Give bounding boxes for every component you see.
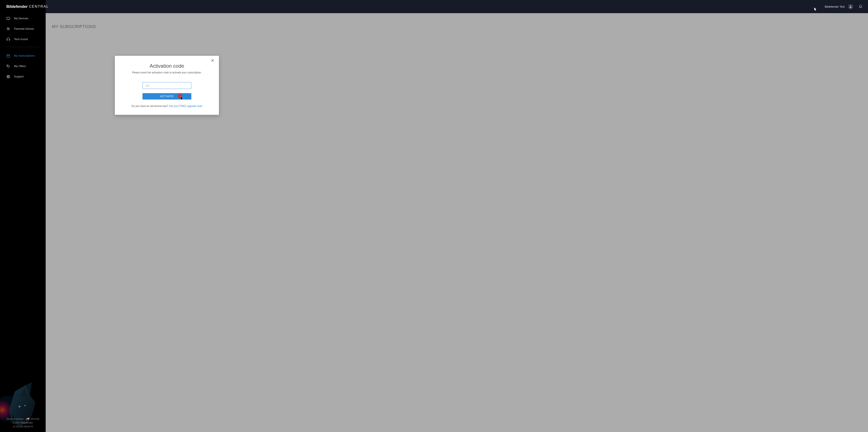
activation-code-modal: Activation code Please insert the activa…: [115, 56, 219, 115]
svg-line-14: [9, 75, 9, 76]
modal-footer-question: Do you have an old license key?: [131, 105, 169, 107]
svg-point-23: [24, 405, 26, 406]
svg-point-2: [7, 28, 8, 29]
modal-close-button[interactable]: [211, 59, 216, 63]
svg-marker-20: [26, 382, 32, 396]
svg-point-24: [850, 5, 851, 7]
lifebuoy-icon: [6, 75, 10, 78]
activate-button-label: ACTIVATE: [160, 95, 174, 98]
avatar[interactable]: [848, 4, 853, 9]
notifications-button[interactable]: [859, 5, 863, 8]
brand-logo[interactable]: Bitdefender CENTRAL: [0, 0, 45, 13]
svg-line-13: [7, 75, 8, 76]
people-icon: [6, 27, 10, 31]
sidebar-item-label: Tech Assist: [14, 38, 28, 41]
sidebar-item-label: My Devices: [14, 17, 28, 20]
modal-footer: Do you have an old license key? Get your…: [121, 105, 213, 107]
monitor-icon: [6, 16, 10, 20]
brand-name-light: CENTRAL: [29, 4, 49, 9]
sidebar-item-label: Parental Advisor: [14, 27, 34, 30]
sidebar-item-support[interactable]: Support: [0, 71, 45, 82]
brand-name-strong: Bitdefender: [6, 4, 28, 9]
user-name-label[interactable]: Bitdefender Test: [825, 5, 845, 8]
svg-point-22: [19, 406, 20, 407]
modal-subtitle: Please insert the activation code to act…: [121, 71, 213, 74]
terms-of-service-link[interactable]: Terms of service: [6, 418, 23, 420]
svg-line-16: [9, 77, 9, 78]
modal-title: Activation code: [121, 63, 213, 69]
nav-group-secondary: My Subscriptions My Offers Support: [0, 51, 45, 82]
flag-us-icon: [26, 418, 29, 420]
upgrade-link[interactable]: Get your FREE upgrade now!: [169, 105, 202, 107]
svg-rect-6: [7, 55, 10, 57]
nav-divider: [6, 47, 39, 47]
sidebar-item-my-subscriptions[interactable]: My Subscriptions: [0, 51, 45, 61]
page-title: MY SUBSCRIPTIONS: [52, 24, 862, 29]
cursor-icon: [814, 7, 817, 11]
svg-rect-5: [9, 39, 10, 40]
activate-button[interactable]: ACTIVATE: [143, 93, 191, 100]
sidebar-item-label: My Offers: [14, 65, 26, 68]
headset-icon: [6, 37, 10, 41]
bell-icon: [859, 5, 863, 8]
content-area: MY SUBSCRIPTIONS Activation code Please …: [45, 13, 868, 432]
svg-point-12: [8, 76, 9, 77]
version-text: v2.16.526-39c9c79: [13, 425, 33, 428]
sidebar-footer: Terms of service EN (US) © 2017 Bitdefen…: [0, 416, 45, 432]
sidebar-item-tech-assist[interactable]: Tech Assist: [0, 34, 45, 44]
activation-code-input[interactable]: [143, 82, 191, 89]
sidebar-item-parental-advisor[interactable]: Parental Advisor: [0, 24, 45, 34]
sidebar-item-my-devices[interactable]: My Devices: [0, 13, 45, 24]
close-icon: [211, 59, 214, 62]
svg-rect-4: [7, 39, 7, 40]
language-selector[interactable]: EN (US): [31, 418, 39, 420]
sidebar-item-my-offers[interactable]: My Offers: [0, 61, 45, 71]
sidebar: Bitdefender CENTRAL My Devices Parental …: [0, 0, 45, 432]
nav-group-primary: My Devices Parental Advisor Tech Assist: [0, 13, 45, 44]
svg-line-15: [7, 77, 8, 78]
sidebar-item-label: My Subscriptions: [14, 54, 35, 57]
cursor-icon: [180, 96, 184, 100]
sidebar-item-label: Support: [14, 75, 24, 78]
svg-point-3: [8, 28, 9, 29]
tag-icon: [6, 64, 10, 68]
svg-rect-0: [7, 17, 10, 19]
topbar: Bitdefender Test: [45, 0, 868, 13]
calendar-icon: [6, 54, 10, 58]
user-icon: [849, 5, 852, 8]
copyright-text: © 2017 Bitdefender: [13, 421, 33, 424]
svg-marker-19: [20, 389, 28, 398]
svg-point-10: [7, 65, 8, 66]
main-column: Bitdefender Test MY SUBSCRIPTIONS Activa…: [45, 0, 868, 432]
